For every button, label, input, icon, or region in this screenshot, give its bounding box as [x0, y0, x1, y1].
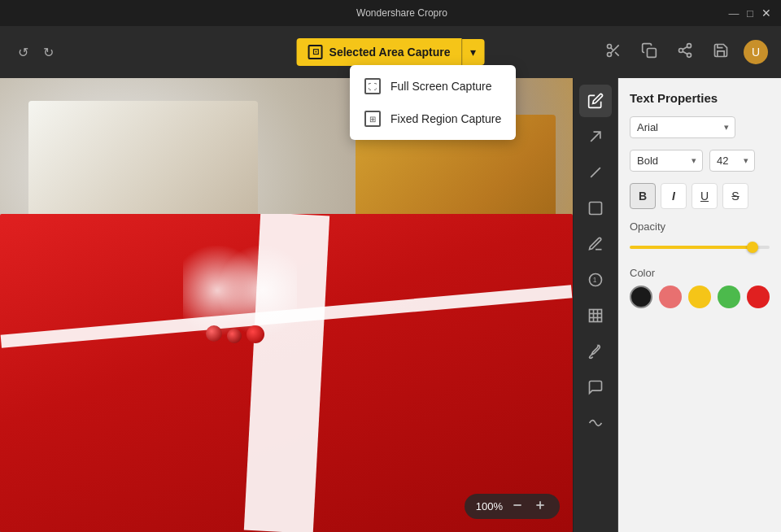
redo-button[interactable]: ↻ — [38, 41, 59, 63]
number-icon: 1 — [587, 272, 604, 288]
cut-button[interactable] — [600, 39, 626, 66]
speech-icon — [587, 379, 604, 395]
font-weight-wrapper: Bold — [630, 150, 703, 172]
undo-button[interactable]: ↺ — [13, 41, 33, 63]
underline-button[interactable]: U — [692, 183, 718, 209]
full-screen-icon: ⛶ — [364, 78, 381, 94]
save-icon — [713, 42, 729, 59]
zoom-in-button[interactable] — [532, 499, 548, 514]
opacity-track — [630, 246, 770, 249]
speech-tool-button[interactable] — [579, 371, 612, 403]
titlebar: Wondershare Cropro — □ ✕ — [0, 0, 781, 26]
red-gift-box — [0, 214, 573, 532]
font-family-select[interactable]: Arial — [630, 116, 735, 138]
zoom-bar: 100% — [465, 494, 560, 519]
color-swatch-green[interactable] — [718, 286, 740, 308]
font-weight-select[interactable]: Bold — [630, 150, 703, 172]
zoom-out-button[interactable] — [509, 499, 526, 514]
font-family-row: Arial — [630, 116, 770, 138]
capture-main-button[interactable]: ⊡ Selected Area Capture — [297, 38, 462, 66]
bold-button[interactable]: B — [630, 183, 656, 209]
zoom-in-icon — [534, 499, 547, 512]
line-icon — [587, 164, 604, 181]
full-screen-capture-item[interactable]: ⛶ Full Screen Capture — [350, 70, 516, 102]
font-size-wrapper: 42 — [709, 150, 755, 172]
fixed-region-capture-item[interactable]: ⊞ Fixed Region Capture — [350, 102, 516, 135]
opacity-thumb[interactable] — [747, 242, 758, 253]
share-button[interactable] — [672, 39, 698, 66]
maximize-button[interactable]: □ — [745, 8, 755, 18]
close-button[interactable]: ✕ — [761, 8, 771, 18]
fixed-region-label: Fixed Region Capture — [390, 112, 501, 125]
toolbar-right: U — [600, 39, 768, 66]
svg-line-14 — [591, 132, 600, 142]
color-swatch-red[interactable] — [747, 286, 770, 308]
capture-dropdown-button[interactable]: ▾ — [461, 39, 484, 65]
side-toolbar: 1 — [573, 78, 618, 532]
svg-rect-5 — [648, 48, 657, 57]
color-section: Color — [630, 267, 770, 308]
undo-redo-group: ↺ ↻ — [13, 41, 59, 63]
main-content: 100% — [0, 78, 781, 532]
font-size-select[interactable]: 42 — [709, 150, 755, 172]
svg-point-1 — [608, 52, 612, 56]
arrow-tool-button[interactable] — [579, 120, 612, 153]
canvas-area[interactable]: 100% — [0, 78, 573, 532]
hatch-icon — [587, 307, 604, 324]
svg-line-4 — [611, 47, 613, 50]
shape-icon — [587, 200, 604, 216]
svg-line-15 — [591, 168, 600, 177]
share-icon — [677, 42, 693, 59]
curve-icon — [587, 415, 604, 431]
line-tool-button[interactable] — [579, 156, 612, 189]
opacity-section: Opacity — [630, 220, 770, 255]
capture-area-icon: ⊡ — [308, 45, 323, 59]
color-swatch-pink[interactable] — [659, 286, 682, 308]
svg-text:1: 1 — [593, 276, 597, 284]
svg-line-3 — [615, 52, 619, 56]
strikethrough-button[interactable]: S — [722, 183, 748, 209]
text-edit-icon — [587, 93, 604, 109]
color-swatches — [630, 286, 770, 308]
avatar[interactable]: U — [744, 40, 768, 64]
text-tool-button[interactable] — [579, 85, 612, 117]
font-style-row: Bold 42 — [630, 150, 770, 172]
shape-tool-button[interactable] — [579, 192, 612, 225]
properties-panel: Text Properties Arial Bold 42 — [618, 78, 781, 532]
font-family-wrapper: Arial — [630, 116, 735, 138]
italic-button[interactable]: I — [661, 183, 687, 209]
svg-point-0 — [608, 44, 612, 48]
pen-icon — [587, 236, 604, 252]
svg-point-6 — [687, 43, 692, 47]
fixed-region-icon: ⊞ — [364, 111, 381, 127]
svg-point-7 — [679, 48, 683, 52]
copy-button[interactable] — [636, 39, 662, 66]
app-title: Wondershare Cropro — [75, 7, 729, 19]
minimize-button[interactable]: — — [729, 8, 739, 18]
properties-title: Text Properties — [630, 91, 770, 105]
full-screen-label: Full Screen Capture — [390, 80, 492, 93]
pen-tool-button[interactable] — [579, 228, 612, 260]
svg-rect-16 — [590, 203, 602, 215]
svg-rect-19 — [590, 310, 602, 322]
curve-tool-button[interactable] — [579, 407, 612, 439]
capture-button-label: Selected Area Capture — [329, 46, 451, 59]
window-controls: — □ ✕ — [729, 8, 771, 18]
copy-icon — [641, 42, 657, 59]
save-button[interactable] — [708, 39, 734, 66]
capture-button-group: ⊡ Selected Area Capture ▾ — [297, 38, 485, 66]
format-buttons-row: B I U S — [630, 183, 770, 209]
color-label: Color — [630, 267, 770, 279]
capture-dropdown-menu: ⛶ Full Screen Capture ⊞ Fixed Region Cap… — [350, 65, 516, 140]
svg-point-8 — [687, 53, 692, 57]
color-swatch-yellow[interactable] — [688, 286, 711, 308]
brush-tool-button[interactable] — [579, 335, 612, 368]
zoom-out-icon — [511, 499, 524, 512]
number-tool-button[interactable]: 1 — [579, 264, 612, 296]
scissors-icon — [605, 42, 622, 59]
zoom-level: 100% — [476, 500, 503, 512]
color-swatch-black[interactable] — [630, 286, 652, 308]
svg-line-9 — [683, 51, 687, 54]
hatch-tool-button[interactable] — [579, 299, 612, 332]
opacity-label: Opacity — [630, 220, 770, 233]
